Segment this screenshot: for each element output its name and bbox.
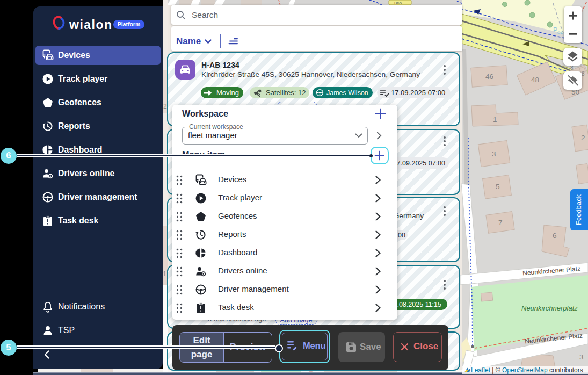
svg-text:46: 46 — [485, 73, 493, 81]
svg-text:1: 1 — [493, 116, 497, 124]
svg-text:8: 8 — [570, 65, 574, 71]
svg-text:2: 2 — [163, 103, 167, 110]
svg-text:48: 48 — [531, 76, 539, 84]
svg-text:6: 6 — [553, 232, 557, 240]
svg-text:5: 5 — [496, 183, 500, 191]
svg-text:7: 7 — [498, 219, 503, 227]
svg-text:2: 2 — [581, 134, 585, 142]
svg-text:P: P — [553, 26, 557, 34]
svg-text:Neunkirchnerplatz: Neunkirchnerplatz — [521, 304, 578, 312]
svg-text:1: 1 — [163, 270, 166, 278]
svg-text:3: 3 — [492, 150, 496, 158]
svg-text:3: 3 — [579, 353, 584, 361]
